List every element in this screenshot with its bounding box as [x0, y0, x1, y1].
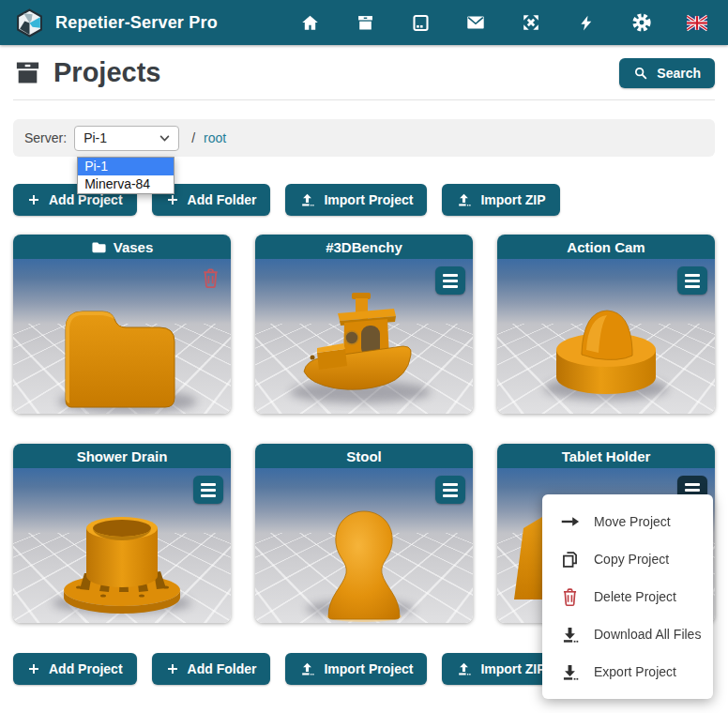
- upload-icon: [299, 661, 315, 677]
- app-logo-icon[interactable]: [15, 8, 44, 38]
- breadcrumb-separator: /: [191, 130, 195, 145]
- projects-archive-icon[interactable]: [355, 12, 375, 33]
- search-button[interactable]: Search: [619, 58, 715, 88]
- menu-item-label: Delete Project: [594, 589, 676, 604]
- projects-archive-icon: [13, 58, 42, 87]
- messages-envelope-icon[interactable]: [465, 12, 486, 33]
- card-header[interactable]: Stool: [255, 444, 473, 468]
- power-bolt-icon[interactable]: [576, 12, 597, 33]
- card-title: Tablet Holder: [562, 448, 651, 464]
- menu-item-label: Copy Project: [594, 552, 669, 567]
- button-label: Add Folder: [188, 661, 257, 676]
- button-label: Import Project: [324, 192, 413, 207]
- card-title: Vases: [114, 239, 154, 255]
- page-title: Projects: [13, 57, 160, 88]
- fullscreen-arrows-icon[interactable]: [521, 12, 541, 33]
- search-icon: [633, 66, 648, 81]
- card-title: #3DBenchy: [326, 239, 402, 255]
- upload-icon: [456, 661, 472, 677]
- project-preview[interactable]: [13, 259, 231, 414]
- server-label: Server:: [24, 130, 67, 145]
- card-menu-button[interactable]: [435, 476, 465, 504]
- card-title: Shower Drain: [77, 448, 168, 464]
- project-card-3dbenchy: #3DBenchy: [255, 235, 473, 414]
- server-dropdown-list: Pi-1 Minerva-84: [77, 157, 174, 194]
- move-arrow-icon: [559, 511, 580, 532]
- hamburger-icon: [685, 483, 700, 486]
- breadcrumb-root-link[interactable]: root: [204, 130, 226, 145]
- download-icon: [559, 624, 580, 645]
- card-title: Action Cam: [567, 239, 645, 255]
- project-card-stool: Stool: [255, 444, 473, 623]
- menu-item-export-project[interactable]: Export Project: [542, 653, 713, 690]
- card-header[interactable]: Tablet Holder: [497, 444, 715, 468]
- page-header: Projects Search: [13, 45, 715, 100]
- plus-icon: [166, 662, 179, 675]
- language-uk-flag-icon[interactable]: [687, 12, 707, 33]
- button-label: Import Project: [324, 661, 413, 676]
- search-button-label: Search: [657, 66, 701, 81]
- trash-icon: [559, 586, 580, 607]
- brand-title[interactable]: Repetier-Server Pro: [55, 13, 218, 33]
- card-header[interactable]: #3DBenchy: [255, 235, 473, 259]
- server-select-value: Pi-1: [83, 130, 107, 145]
- hamburger-icon: [443, 274, 458, 277]
- project-card-shower-drain: Shower Drain: [13, 444, 231, 623]
- menu-item-copy-project[interactable]: Copy Project: [542, 540, 713, 578]
- top-navbar: Repetier-Server Pro: [0, 0, 728, 45]
- download-icon: [559, 661, 580, 682]
- upload-icon: [456, 192, 472, 208]
- project-card-vases: Vases: [13, 235, 231, 414]
- button-label: Add Folder: [188, 192, 257, 207]
- button-label: Import ZIP: [480, 192, 545, 207]
- settings-gear-icon[interactable]: [631, 12, 652, 33]
- folder-icon: [91, 240, 107, 254]
- project-card-action-cam: Action Cam: [497, 235, 715, 414]
- copy-icon: [559, 549, 580, 569]
- server-option[interactable]: Minerva-84: [78, 175, 174, 193]
- plus-icon: [27, 193, 40, 206]
- project-preview[interactable]: [13, 468, 231, 623]
- delete-folder-button[interactable]: [199, 266, 221, 291]
- card-header[interactable]: Action Cam: [497, 235, 715, 259]
- menu-item-label: Download All Files: [594, 627, 701, 642]
- card-title: Stool: [346, 448, 382, 464]
- import-project-button[interactable]: Import Project: [285, 184, 427, 216]
- server-option[interactable]: Pi-1: [78, 158, 174, 175]
- button-label: Add Project: [49, 192, 123, 207]
- card-menu-button[interactable]: [435, 266, 465, 295]
- card-menu-button[interactable]: [677, 266, 707, 295]
- trash-icon: [200, 266, 221, 290]
- add-project-button[interactable]: Add Project: [13, 653, 137, 685]
- hamburger-icon: [443, 483, 458, 486]
- card-header[interactable]: Shower Drain: [13, 444, 231, 468]
- upload-icon: [299, 192, 315, 208]
- project-preview[interactable]: [255, 468, 473, 623]
- menu-item-delete-project[interactable]: Delete Project: [542, 578, 713, 615]
- button-label: Import ZIP: [480, 661, 545, 676]
- card-menu-button[interactable]: [193, 476, 223, 504]
- plus-icon: [166, 193, 179, 206]
- home-icon[interactable]: [299, 12, 320, 33]
- add-folder-button[interactable]: Add Folder: [152, 653, 271, 685]
- project-preview[interactable]: [497, 259, 715, 414]
- menu-item-label: Export Project: [594, 664, 676, 679]
- menu-item-label: Move Project: [594, 514, 671, 529]
- hamburger-icon: [685, 274, 700, 277]
- plus-icon: [27, 662, 40, 675]
- chevron-down-icon: [159, 135, 170, 142]
- models-tablet-icon[interactable]: [410, 12, 431, 33]
- server-select[interactable]: Pi-1 Pi-1 Minerva-84: [74, 126, 179, 151]
- card-header[interactable]: Vases: [13, 235, 231, 259]
- navbar-icon-group: [299, 12, 713, 33]
- menu-item-move-project[interactable]: Move Project: [542, 503, 713, 540]
- project-context-menu: Move Project Copy Project Delete Project…: [542, 494, 713, 699]
- import-project-button[interactable]: Import Project: [285, 653, 427, 685]
- page-title-text: Projects: [53, 57, 160, 88]
- menu-item-download-all-files[interactable]: Download All Files: [542, 615, 713, 653]
- hamburger-icon: [201, 483, 216, 486]
- import-zip-button[interactable]: Import ZIP: [442, 184, 559, 216]
- project-preview[interactable]: [255, 259, 473, 414]
- button-label: Add Project: [49, 661, 123, 676]
- server-bar: Server: Pi-1 Pi-1 Minerva-84 / root: [13, 119, 715, 157]
